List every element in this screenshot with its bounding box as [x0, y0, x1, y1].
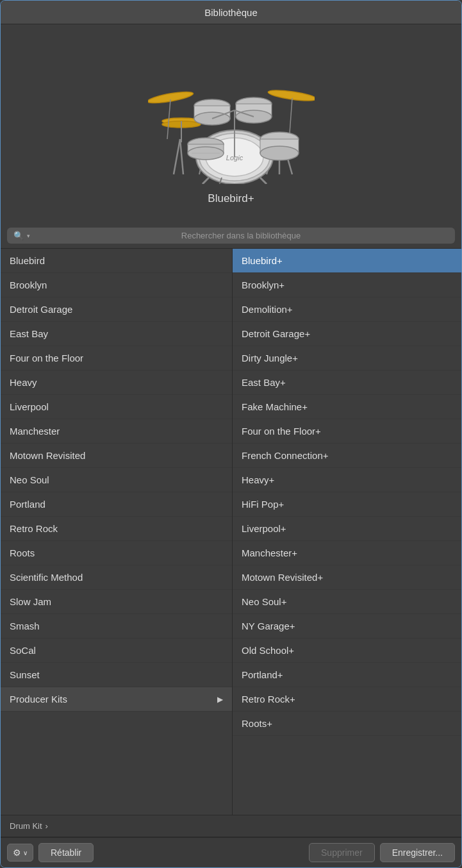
- right-list-item[interactable]: Brooklyn+: [233, 273, 461, 297]
- right-list-item[interactable]: Neo Soul+: [233, 590, 461, 614]
- right-list-item-label: Manchester+: [242, 547, 297, 558]
- right-list-item[interactable]: Bluebird+: [233, 249, 461, 273]
- right-list-item[interactable]: Old School+: [233, 638, 461, 663]
- left-list-item[interactable]: Manchester: [1, 419, 232, 444]
- right-list-item-label: Fake Machine+: [242, 401, 308, 412]
- right-list-item[interactable]: NY Garage+: [233, 614, 461, 638]
- save-button[interactable]: Enregistrer...: [380, 843, 455, 862]
- svg-line-3: [174, 139, 180, 174]
- left-list-item[interactable]: Smash: [1, 614, 232, 638]
- right-list-item-label: Retro Rock+: [242, 694, 295, 705]
- search-chevron-icon: ▾: [27, 233, 30, 239]
- right-arrow-icon: ▶: [217, 695, 223, 704]
- left-list-item-label: Sunset: [10, 669, 40, 680]
- search-input-wrapper[interactable]: 🔍 ▾ Rechercher dans la bibliothèque: [7, 228, 455, 244]
- right-list: Bluebird+Brooklyn+Demolition+Detroit Gar…: [233, 249, 461, 815]
- right-list-item-label: Bluebird+: [242, 255, 283, 266]
- right-list-item-label: Brooklyn+: [242, 280, 285, 290]
- right-list-item[interactable]: East Bay+: [233, 371, 461, 395]
- left-list: BluebirdBrooklynDetroit GarageEast BayFo…: [1, 249, 233, 815]
- left-list-item[interactable]: Retro Rock: [1, 517, 232, 541]
- left-list-item[interactable]: Neo Soul: [1, 468, 232, 492]
- right-list-item[interactable]: Liverpool+: [233, 517, 461, 541]
- breadcrumb-chevron: ›: [45, 821, 48, 831]
- svg-line-4: [180, 139, 183, 174]
- gear-icon: ⚙: [13, 847, 21, 858]
- svg-point-30: [148, 90, 194, 105]
- left-list-item-label: Manchester: [10, 426, 60, 437]
- left-list-item-label: Heavy: [10, 377, 37, 388]
- left-list-item[interactable]: Producer Kits▶: [1, 687, 232, 712]
- left-list-item-label: Slow Jam: [10, 596, 51, 607]
- right-list-item[interactable]: Roots+: [233, 712, 461, 736]
- svg-point-32: [267, 88, 314, 103]
- right-list-item-label: Motown Revisited+: [242, 572, 323, 583]
- right-list-item[interactable]: French Connection+: [233, 444, 461, 468]
- left-list-item-label: Bluebird: [10, 255, 45, 266]
- drum-image: Logic: [148, 46, 315, 187]
- left-list-item-label: Roots: [10, 547, 35, 558]
- left-list-item-label: Smash: [10, 621, 40, 631]
- right-list-item-label: Heavy+: [242, 474, 274, 485]
- left-list-item-label: SoCal: [10, 645, 36, 656]
- gear-chevron-icon: ∨: [23, 849, 28, 856]
- right-list-item-label: Dirty Jungle+: [242, 353, 298, 363]
- left-list-item[interactable]: Liverpool: [1, 395, 232, 419]
- right-list-item[interactable]: Demolition+: [233, 297, 461, 322]
- right-list-item-label: Four on the Floor+: [242, 426, 321, 437]
- right-list-item[interactable]: Fake Machine+: [233, 395, 461, 419]
- bottom-bar: ⚙ ∨ Rétablir Supprimer Enregistrer...: [1, 837, 461, 867]
- gear-button[interactable]: ⚙ ∨: [7, 844, 33, 862]
- right-list-item[interactable]: Manchester+: [233, 541, 461, 565]
- list-container: BluebirdBrooklynDetroit GarageEast BayFo…: [1, 249, 461, 815]
- left-list-item[interactable]: Brooklyn: [1, 273, 232, 297]
- left-list-item-label: Retro Rock: [10, 523, 58, 534]
- left-list-item-label: Motown Revisited: [10, 450, 85, 461]
- right-list-item[interactable]: Retro Rock+: [233, 687, 461, 712]
- right-list-item-label: French Connection+: [242, 450, 329, 461]
- svg-point-36: [260, 146, 299, 160]
- selected-drum-name: Bluebird+: [208, 192, 254, 205]
- left-list-item-label: Neo Soul: [10, 474, 49, 485]
- left-list-item-label: Producer Kits: [10, 694, 67, 705]
- left-list-item[interactable]: Slow Jam: [1, 590, 232, 614]
- left-list-item[interactable]: Detroit Garage: [1, 297, 232, 322]
- right-list-item[interactable]: Dirty Jungle+: [233, 346, 461, 371]
- right-list-item-label: Demolition+: [242, 304, 293, 315]
- search-icon: 🔍: [13, 231, 24, 240]
- right-list-item-label: Old School+: [242, 645, 294, 656]
- right-list-item-label: NY Garage+: [242, 621, 295, 631]
- right-list-item[interactable]: Portland+: [233, 663, 461, 687]
- left-list-item-label: Brooklyn: [10, 280, 47, 290]
- right-list-item[interactable]: Motown Revisited+: [233, 565, 461, 590]
- left-list-item[interactable]: Motown Revisited: [1, 444, 232, 468]
- restore-button[interactable]: Rétablir: [38, 843, 94, 862]
- left-list-item[interactable]: Sunset: [1, 663, 232, 687]
- svg-line-11: [202, 178, 209, 184]
- search-bar[interactable]: 🔍 ▾ Rechercher dans la bibliothèque: [1, 223, 461, 249]
- search-placeholder[interactable]: Rechercher dans la bibliothèque: [33, 231, 449, 240]
- window-title: Bibliothèque: [204, 7, 258, 18]
- left-list-item[interactable]: Roots: [1, 541, 232, 565]
- left-list-item[interactable]: Portland: [1, 492, 232, 517]
- right-list-item[interactable]: Four on the Floor+: [233, 419, 461, 444]
- right-list-item-label: East Bay+: [242, 377, 286, 388]
- left-list-item[interactable]: Bluebird: [1, 249, 232, 273]
- left-list-item[interactable]: Heavy: [1, 371, 232, 395]
- left-list-item[interactable]: East Bay: [1, 322, 232, 346]
- right-list-item-label: Detroit Garage+: [242, 328, 310, 339]
- right-list-item[interactable]: HiFi Pop+: [233, 492, 461, 517]
- right-list-item[interactable]: Heavy+: [233, 468, 461, 492]
- drum-kit-svg: Logic: [148, 49, 315, 184]
- left-list-item[interactable]: SoCal: [1, 638, 232, 663]
- delete-button[interactable]: Supprimer: [309, 843, 375, 862]
- left-list-item[interactable]: Scientific Method: [1, 565, 232, 590]
- left-list-item[interactable]: Four on the Floor: [1, 346, 232, 371]
- left-list-item-label: Liverpool: [10, 401, 49, 412]
- right-list-item[interactable]: Detroit Garage+: [233, 322, 461, 346]
- svg-line-12: [260, 178, 267, 184]
- breadcrumb-bar: Drum Kit ›: [1, 815, 461, 837]
- left-list-item-label: Scientific Method: [10, 572, 83, 583]
- left-list-item-label: Four on the Floor: [10, 353, 83, 363]
- right-list-item-label: Liverpool+: [242, 523, 286, 534]
